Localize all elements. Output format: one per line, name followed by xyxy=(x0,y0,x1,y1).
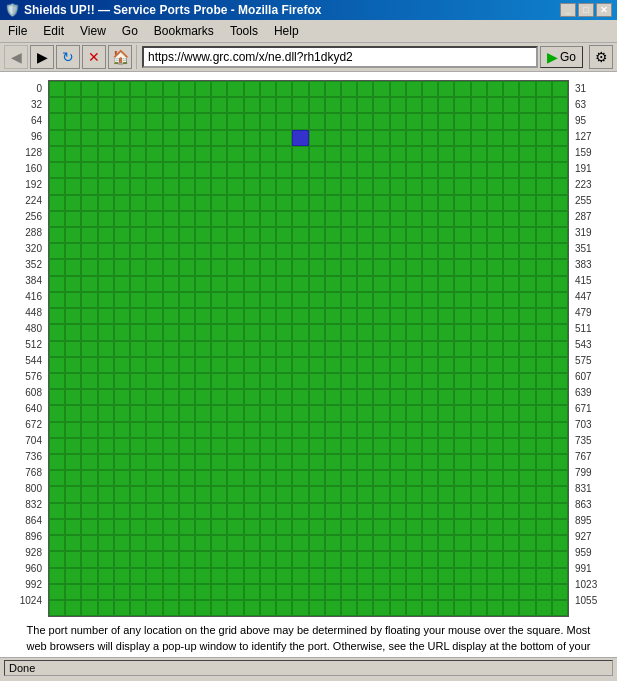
port-cell[interactable] xyxy=(244,276,260,292)
port-cell[interactable] xyxy=(65,113,81,129)
port-cell[interactable] xyxy=(309,422,325,438)
port-cell[interactable] xyxy=(98,276,114,292)
port-cell[interactable] xyxy=(552,243,568,259)
port-cell[interactable] xyxy=(260,584,276,600)
port-cell[interactable] xyxy=(471,324,487,340)
port-cell[interactable] xyxy=(471,422,487,438)
port-cell[interactable] xyxy=(357,438,373,454)
port-cell[interactable] xyxy=(373,259,389,275)
port-cell[interactable] xyxy=(292,486,308,502)
port-cell[interactable] xyxy=(325,600,341,616)
port-cell[interactable] xyxy=(163,454,179,470)
port-cell[interactable] xyxy=(130,146,146,162)
port-cell[interactable] xyxy=(309,405,325,421)
port-cell[interactable] xyxy=(195,373,211,389)
port-cell[interactable] xyxy=(390,130,406,146)
port-cell[interactable] xyxy=(146,503,162,519)
port-cell[interactable] xyxy=(325,551,341,567)
port-cell[interactable] xyxy=(552,357,568,373)
port-cell[interactable] xyxy=(81,470,97,486)
port-cell[interactable] xyxy=(49,389,65,405)
port-cell[interactable] xyxy=(325,438,341,454)
port-cell[interactable] xyxy=(390,551,406,567)
port-cell[interactable] xyxy=(357,341,373,357)
port-cell[interactable] xyxy=(454,519,470,535)
port-cell[interactable] xyxy=(471,162,487,178)
port-cell[interactable] xyxy=(65,162,81,178)
port-cell[interactable] xyxy=(292,81,308,97)
port-cell[interactable] xyxy=(211,259,227,275)
port-cell[interactable] xyxy=(49,113,65,129)
port-cell[interactable] xyxy=(519,357,535,373)
port-cell[interactable] xyxy=(519,503,535,519)
port-cell[interactable] xyxy=(390,243,406,259)
port-cell[interactable] xyxy=(373,341,389,357)
port-cell[interactable] xyxy=(536,600,552,616)
port-cell[interactable] xyxy=(341,519,357,535)
port-cell[interactable] xyxy=(487,146,503,162)
port-cell[interactable] xyxy=(49,227,65,243)
port-cell[interactable] xyxy=(227,211,243,227)
port-cell[interactable] xyxy=(163,422,179,438)
port-cell[interactable] xyxy=(49,178,65,194)
port-cell[interactable] xyxy=(292,341,308,357)
port-cell[interactable] xyxy=(227,227,243,243)
port-cell[interactable] xyxy=(422,97,438,113)
port-cell[interactable] xyxy=(179,308,195,324)
port-cell[interactable] xyxy=(325,341,341,357)
port-cell[interactable] xyxy=(325,259,341,275)
port-cell[interactable] xyxy=(179,503,195,519)
port-cell[interactable] xyxy=(195,195,211,211)
port-cell[interactable] xyxy=(211,292,227,308)
port-cell[interactable] xyxy=(390,97,406,113)
port-cell[interactable] xyxy=(260,243,276,259)
port-cell[interactable] xyxy=(163,146,179,162)
port-cell[interactable] xyxy=(276,292,292,308)
port-cell[interactable] xyxy=(341,292,357,308)
port-cell[interactable] xyxy=(503,324,519,340)
port-cell[interactable] xyxy=(390,113,406,129)
port-cell[interactable] xyxy=(487,162,503,178)
port-cell[interactable] xyxy=(81,178,97,194)
port-cell[interactable] xyxy=(390,227,406,243)
port-cell[interactable] xyxy=(406,503,422,519)
port-cell[interactable] xyxy=(81,308,97,324)
port-cell[interactable] xyxy=(325,178,341,194)
port-cell[interactable] xyxy=(65,292,81,308)
port-cell[interactable] xyxy=(195,162,211,178)
port-cell[interactable] xyxy=(519,551,535,567)
port-cell[interactable] xyxy=(454,373,470,389)
port-cell[interactable] xyxy=(227,178,243,194)
port-cell[interactable] xyxy=(309,162,325,178)
port-cell[interactable] xyxy=(244,113,260,129)
port-cell[interactable] xyxy=(471,405,487,421)
port-cell[interactable] xyxy=(65,551,81,567)
port-cell[interactable] xyxy=(130,243,146,259)
port-cell[interactable] xyxy=(422,568,438,584)
port-cell[interactable] xyxy=(163,195,179,211)
port-cell[interactable] xyxy=(422,324,438,340)
port-cell[interactable] xyxy=(98,324,114,340)
port-cell[interactable] xyxy=(471,454,487,470)
port-cell[interactable] xyxy=(325,195,341,211)
port-cell[interactable] xyxy=(130,519,146,535)
port-cell[interactable] xyxy=(519,438,535,454)
port-cell[interactable] xyxy=(179,259,195,275)
port-cell[interactable] xyxy=(114,146,130,162)
port-cell[interactable] xyxy=(422,259,438,275)
port-cell[interactable] xyxy=(49,486,65,502)
port-cell[interactable] xyxy=(195,308,211,324)
port-cell[interactable] xyxy=(260,292,276,308)
port-cell[interactable] xyxy=(390,276,406,292)
port-cell[interactable] xyxy=(211,227,227,243)
port-cell[interactable] xyxy=(438,357,454,373)
port-cell[interactable] xyxy=(163,551,179,567)
port-cell[interactable] xyxy=(341,276,357,292)
port-cell[interactable] xyxy=(471,292,487,308)
port-cell[interactable] xyxy=(146,568,162,584)
port-cell[interactable] xyxy=(357,113,373,129)
port-cell[interactable] xyxy=(292,584,308,600)
port-cell[interactable] xyxy=(454,535,470,551)
port-cell[interactable] xyxy=(552,373,568,389)
port-cell[interactable] xyxy=(81,81,97,97)
